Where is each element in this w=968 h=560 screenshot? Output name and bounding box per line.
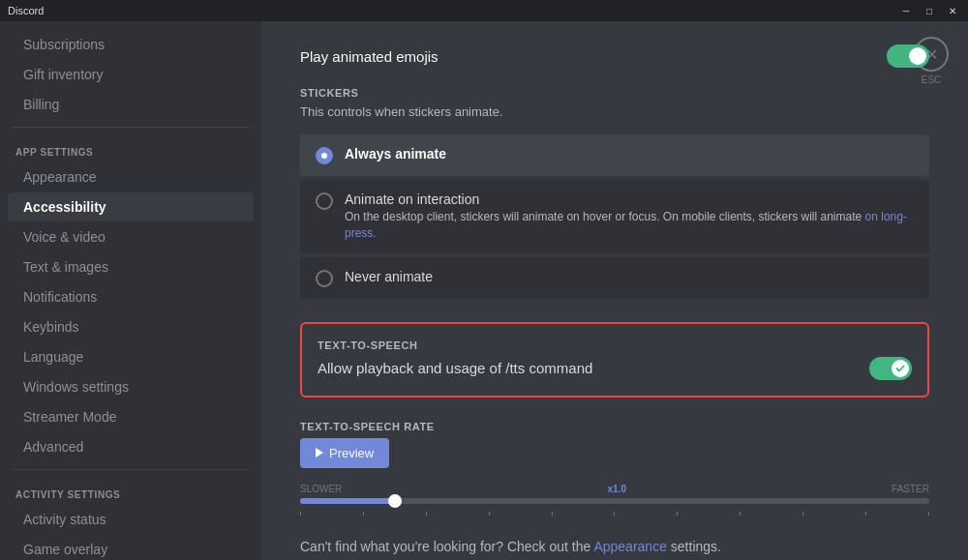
minimize-button[interactable]: ─ xyxy=(898,6,914,16)
slider-container xyxy=(300,498,929,504)
animated-emojis-row: Play animated emojis xyxy=(300,44,929,68)
tts-box: TEXT-TO-SPEECH Allow playback and usage … xyxy=(300,322,929,398)
titlebar: Discord ─ □ ✕ xyxy=(0,0,968,21)
sidebar-item-subscriptions[interactable]: Subscriptions xyxy=(8,30,254,59)
window-controls: ─ □ ✕ xyxy=(898,6,960,16)
radio-circle-never xyxy=(316,270,333,287)
stickers-option-always[interactable]: Always animate xyxy=(300,134,929,176)
sidebar-item-streamer-mode[interactable]: Streamer Mode xyxy=(8,402,254,431)
sidebar-item-accessibility[interactable]: Accessibility xyxy=(8,192,254,221)
sidebar-item-language[interactable]: Language xyxy=(8,342,254,371)
sidebar-item-windows-settings[interactable]: Windows settings xyxy=(8,372,254,401)
slider-thumb[interactable] xyxy=(388,494,402,508)
esc-label: ESC xyxy=(922,74,942,85)
sidebar-item-activity-status[interactable]: Activity status xyxy=(8,505,254,534)
sidebar-item-voice-video[interactable]: Voice & video xyxy=(8,222,254,251)
sidebar-item-notifications[interactable]: Notifications xyxy=(8,282,254,311)
slower-label: SLOWER xyxy=(300,484,342,494)
preview-button[interactable]: Preview xyxy=(300,438,389,468)
stickers-section-desc: This controls when stickers animate. xyxy=(300,104,929,119)
app-title: Discord xyxy=(8,5,44,16)
sidebar-item-gift-inventory[interactable]: Gift inventory xyxy=(8,60,254,89)
app-settings-label: APP SETTINGS xyxy=(0,135,261,162)
sidebar-item-keybinds[interactable]: Keybinds xyxy=(8,312,254,341)
sidebar-item-billing[interactable]: Billing xyxy=(8,90,254,119)
stickers-section-title: STICKERS xyxy=(300,87,929,99)
footer-text: Can't find what you're looking for? Chec… xyxy=(300,539,929,554)
faster-label: FASTER xyxy=(892,484,929,494)
radio-content-always: Always animate xyxy=(345,146,446,162)
play-icon xyxy=(316,448,323,457)
checkmark-icon xyxy=(895,364,905,373)
radio-circle-always xyxy=(316,147,333,164)
slider-fill xyxy=(300,498,395,504)
sidebar-item-advanced[interactable]: Advanced xyxy=(8,432,254,461)
animated-emojis-label: Play animated emojis xyxy=(300,48,439,65)
radio-circle-interaction xyxy=(316,192,333,210)
footer-suffix: settings. xyxy=(671,539,721,554)
speed-label: x1.0 xyxy=(607,484,625,494)
tts-rate-section: TEXT-TO-SPEECH RATE Preview SLOWER x1.0 … xyxy=(300,421,929,516)
slider-labels: SLOWER x1.0 FASTER xyxy=(300,484,929,494)
activity-settings-label: ACTIVITY SETTINGS xyxy=(0,478,261,504)
preview-label: Preview xyxy=(329,446,374,460)
radio-content-never: Never animate xyxy=(345,269,433,284)
main-container: Subscriptions Gift inventory Billing APP… xyxy=(0,21,968,560)
sidebar-item-text-images[interactable]: Text & images xyxy=(8,252,254,281)
tts-section-title: TEXT-TO-SPEECH xyxy=(318,339,912,351)
stickers-radio-group: Always animate Animate on interaction On… xyxy=(300,134,929,299)
stickers-option-interaction[interactable]: Animate on interaction On the desktop cl… xyxy=(300,180,929,253)
tts-toggle[interactable] xyxy=(869,357,912,380)
stickers-option-never[interactable]: Never animate xyxy=(300,257,929,299)
radio-content-interaction: Animate on interaction On the desktop cl… xyxy=(345,192,914,242)
appearance-link[interactable]: Appearance xyxy=(593,539,667,554)
slider-ticks xyxy=(300,512,929,516)
sidebar-divider-1 xyxy=(12,127,250,128)
close-button[interactable]: ✕ xyxy=(945,6,960,16)
sidebar-divider-2 xyxy=(12,469,250,470)
sidebar: Subscriptions Gift inventory Billing APP… xyxy=(0,21,261,560)
slider-track xyxy=(300,498,929,504)
sidebar-item-appearance[interactable]: Appearance xyxy=(8,162,254,192)
footer-prefix: Can't find what you're looking for? Chec… xyxy=(300,539,590,554)
tts-rate-title: TEXT-TO-SPEECH RATE xyxy=(300,421,929,432)
content-area: ✕ ESC Play animated emojis STICKERS This… xyxy=(261,21,968,560)
radio-label-interaction: Animate on interaction xyxy=(345,192,914,207)
maximize-button[interactable]: □ xyxy=(922,6,937,16)
tts-label: Allow playback and usage of /tts command xyxy=(318,360,592,376)
radio-label-always: Always animate xyxy=(345,146,446,162)
on-long-press-link[interactable]: on long-press. xyxy=(345,210,907,240)
sidebar-item-game-overlay[interactable]: Game overlay xyxy=(8,535,254,560)
tts-toggle-knob xyxy=(892,360,909,377)
tts-row: Allow playback and usage of /tts command xyxy=(318,357,912,380)
radio-label-never: Never animate xyxy=(345,269,433,284)
animated-emojis-toggle[interactable] xyxy=(887,44,929,68)
radio-sublabel-interaction: On the desktop client, stickers will ani… xyxy=(345,209,914,242)
